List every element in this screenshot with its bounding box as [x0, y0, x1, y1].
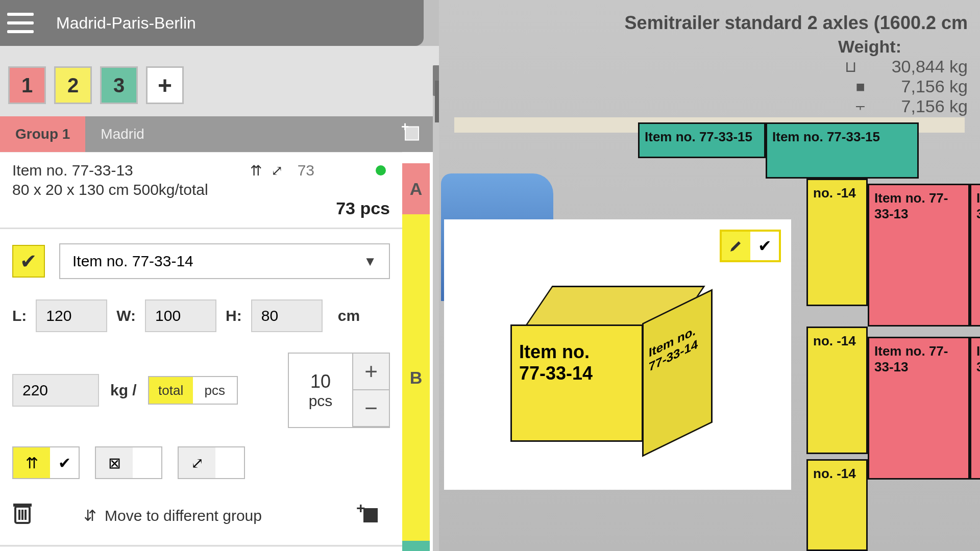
empty-check	[133, 447, 161, 478]
rotate-icon: ⤢	[271, 162, 283, 179]
box-label-line: 77-33-14	[519, 363, 634, 384]
width-input[interactable]	[145, 299, 216, 332]
no-stack-icon: ⊠	[96, 447, 133, 478]
height-input[interactable]	[251, 299, 323, 332]
cargo-box[interactable]: Item no. 77-33-15	[766, 122, 919, 179]
move-group-label: Move to different group	[105, 507, 262, 524]
check-icon: ✔	[50, 447, 79, 478]
cargo-box[interactable]: Item 77-33-	[970, 337, 980, 480]
topbar: Madrid-Paris-Berlin	[0, 0, 424, 46]
rotate-toggle[interactable]: ⤢	[178, 446, 245, 479]
weight-unit-pcs[interactable]: pcs	[193, 377, 237, 404]
group-number-tabs: 1 2 3 +	[0, 46, 439, 116]
item-stack-icons: ⇈ ⤢	[242, 162, 283, 179]
add-to-load-button[interactable]: +	[355, 502, 380, 529]
delete-item-button[interactable]	[12, 502, 33, 530]
chevron-down-icon: ▼	[363, 254, 377, 269]
quantity-plus-button[interactable]: +	[352, 354, 389, 390]
cargo-box[interactable]: no. -14	[806, 179, 868, 306]
quantity-value: 10	[310, 371, 331, 392]
abc-segment-c[interactable]: C	[402, 541, 430, 551]
group-tab-add[interactable]: +	[146, 66, 184, 104]
cargo-box[interactable]: Item no. 77-33-15	[638, 122, 766, 158]
item-name-select[interactable]: Item no. 77-33-14 ▼	[59, 243, 390, 279]
preview-toolbar: ✔	[720, 230, 781, 262]
svg-text:+: +	[401, 122, 409, 134]
svg-rect-7	[363, 508, 378, 522]
cargo-box[interactable]: no. -14	[806, 327, 868, 454]
rotate-icon: ⤢	[179, 447, 215, 478]
route-title: Madrid-Paris-Berlin	[56, 14, 196, 33]
group-subtabs: Group 1 Madrid +	[0, 116, 439, 152]
item-name-value: Item no. 77-33-14	[72, 253, 193, 270]
item-row[interactable]: Item no. 77-33-13 ⇈ ⤢ 73 80 x 20 x 130 c…	[0, 152, 402, 228]
group-tab-3[interactable]: 3	[100, 66, 138, 104]
length-input[interactable]	[36, 299, 107, 332]
box-label-line: Item no.	[519, 341, 634, 363]
weight-unit-total[interactable]: total	[149, 377, 193, 404]
item-editor: ✔ Item no. 77-33-14 ▼ L: W: H: cm	[0, 228, 402, 546]
item-dimensions: 80 x 20 x 130 cm 500kg/total	[12, 181, 390, 198]
add-item-button[interactable]: +	[398, 122, 421, 147]
subtab-madrid[interactable]: Madrid	[85, 116, 160, 152]
item-preview-popup: ✔ Item no. 77-33-14 Item no. 77-33-14	[444, 219, 791, 490]
trailer-title: Semitrailer standard 2 axles (1600.2 cm	[625, 12, 968, 34]
viewport-3d[interactable]: Semitrailer standard 2 axles (1600.2 cm …	[439, 0, 980, 551]
cargo-box[interactable]: Item no. 77-33-13	[868, 184, 970, 327]
edit-color-button[interactable]	[722, 232, 750, 260]
items-list: Item no. 77-33-13 ⇈ ⤢ 73 80 x 20 x 130 c…	[0, 152, 439, 551]
status-dot-icon	[376, 165, 386, 176]
item-pcs: 73 pcs	[336, 198, 390, 218]
dimension-unit: cm	[338, 307, 360, 324]
confirm-preview-button[interactable]: ✔	[750, 232, 779, 260]
this-way-up-icon: ⇈	[250, 162, 262, 179]
confirm-item-button[interactable]: ✔	[12, 245, 45, 278]
item-name: Item no. 77-33-13	[12, 162, 237, 179]
hamburger-menu-icon[interactable]	[7, 13, 34, 33]
move-group-button[interactable]: ⇵ Move to different group	[84, 507, 262, 524]
item-loaded-count: 73	[288, 162, 314, 179]
box-front-face: Item no. 77-33-14	[510, 324, 643, 442]
width-label: W:	[116, 307, 136, 324]
weight-input[interactable]	[12, 374, 99, 407]
cargo-box[interactable]: Item 77-33-	[970, 184, 980, 327]
length-label: L:	[12, 307, 27, 324]
abc-segment-a[interactable]: A	[402, 163, 430, 214]
cargo-box[interactable]: Item no. 77-33-13	[868, 337, 970, 480]
preview-box-3d: Item no. 77-33-14 Item no. 77-33-14	[510, 286, 709, 449]
trailer-info: Semitrailer standard 2 axles (1600.2 cm …	[625, 12, 968, 116]
cargo-box[interactable]: no. -14	[806, 459, 868, 551]
subtab-group-1[interactable]: Group 1	[0, 116, 85, 152]
quantity-unit: pcs	[309, 392, 333, 410]
quantity-stepper: 10 pcs + −	[288, 353, 390, 428]
weight-value-1: 30,844 kg	[892, 57, 968, 77]
this-way-up-toggle[interactable]: ⇈ ✔	[12, 446, 80, 479]
height-label: H:	[226, 307, 242, 324]
svg-rect-3	[13, 504, 32, 507]
trailer-axle-icon: ⊔	[841, 58, 861, 76]
weight-label: Weight:	[625, 37, 901, 57]
this-way-up-icon: ⇈	[13, 447, 50, 478]
payload-icon: ■	[850, 78, 871, 95]
item-row[interactable]: Item no. 77-33-15 ⇈ 5 120 x 100 x 20 cm …	[0, 546, 402, 551]
weight-value-2: 7,156 kg	[901, 77, 968, 96]
left-panel: 1 2 3 + Group 1 Madrid + Item no. 77-33-…	[0, 46, 439, 551]
no-stack-toggle[interactable]: ⊠	[95, 446, 162, 479]
svg-text:+: +	[356, 502, 365, 516]
abc-strip: A B C	[402, 163, 430, 551]
quantity-minus-button[interactable]: −	[352, 390, 389, 427]
kg-slash-label: kg /	[110, 382, 137, 399]
empty-check	[215, 447, 244, 478]
move-icon: ⇵	[84, 507, 96, 524]
group-tab-1[interactable]: 1	[8, 66, 46, 104]
weight-value-3: 7,156 kg	[901, 96, 968, 116]
abc-segment-b[interactable]: B	[402, 214, 430, 541]
gross-weight-icon: ⫟	[850, 98, 871, 115]
group-tab-2[interactable]: 2	[54, 66, 92, 104]
weight-unit-toggle[interactable]: total pcs	[148, 376, 238, 405]
